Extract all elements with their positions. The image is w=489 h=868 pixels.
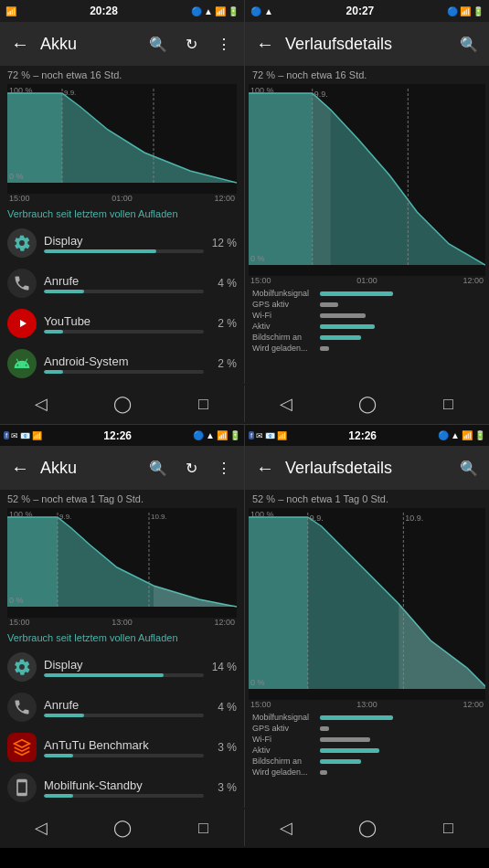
youtube-bar-fill	[44, 330, 63, 333]
bottom-anrufe-bar-fill	[44, 714, 84, 717]
bottom-legend-mobilfunk-label: Mobilfunksignal	[252, 713, 316, 722]
bottom-legend-gps-label: GPS aktiv	[252, 724, 316, 733]
bottom-display-bar-bg	[44, 673, 204, 677]
top-left-back-nav[interactable]: ◁	[23, 386, 59, 422]
left-refresh-button[interactable]: ↻	[178, 31, 204, 57]
left-toolbar: ← Akku 🔍 ↻ ⋮	[0, 22, 244, 66]
bottom-left-chart-x-labels: 15:0013:0012:00	[7, 618, 237, 627]
bottom-right-search-button[interactable]: 🔍	[456, 455, 482, 481]
legend-gps: GPS aktiv	[252, 300, 482, 309]
top-right-back-nav[interactable]: ◁	[268, 386, 304, 422]
bottom-right-sys-icons: 🔵▲📶🔋	[438, 430, 485, 440]
bottom-right-chart-y-bottom: 0 %	[250, 678, 265, 687]
bottom-right-home-nav[interactable]: ◯	[349, 810, 386, 846]
bottom-left-recents-nav[interactable]: □	[186, 810, 222, 846]
top-left-sys-icons: 🔵▲📶🔋	[191, 6, 239, 16]
bottom-legend-bildschirm: Bildschirm an	[252, 757, 482, 766]
right-chart-y-bottom: 0 %	[250, 254, 265, 263]
left-chart-x-labels: 15:0001:0012:00	[7, 194, 237, 203]
bottom-call-icon	[7, 693, 37, 722]
bottom-left-search-button[interactable]: 🔍	[145, 455, 171, 481]
bottom-legend-bildschirm-label: Bildschirm an	[252, 757, 316, 766]
right-back-button[interactable]: ←	[252, 31, 278, 57]
legend-bildschirm: Bildschirm an	[252, 333, 482, 342]
bottom-left-app-icons: f ✉📧📶	[4, 431, 42, 440]
bottom-display-info: Display	[44, 658, 204, 677]
bottom-legend-wifi-label: Wi-Fi	[252, 735, 316, 744]
bottom-display-percent: 14 %	[211, 661, 237, 673]
bottom-right-chart-svg: 9.9. 10.9.	[249, 508, 485, 700]
anrufe-name: Anrufe	[44, 274, 204, 288]
svg-text:9.9.: 9.9.	[314, 90, 328, 99]
display-percent: 12 %	[211, 237, 237, 249]
display-bar-fill	[44, 249, 156, 253]
mobilfunk-icon	[7, 773, 37, 802]
left-search-button[interactable]: 🔍	[145, 31, 171, 57]
bottom-legend-aktiv-bar	[320, 748, 379, 753]
display-name: Display	[44, 234, 204, 248]
top-left-time: 20:28	[90, 5, 118, 17]
bottom-left-back-nav[interactable]: ◁	[23, 810, 59, 846]
left-back-button[interactable]: ←	[7, 31, 33, 57]
bottom-half: ← Akku 🔍 ↻ ⋮ 52 % – noch etwa 1 Tag 0 St…	[0, 446, 489, 808]
left-panel-title: Akku	[40, 35, 138, 54]
legend-aktiv-label: Aktiv	[252, 322, 316, 331]
bottom-left-usage-label: Verbrauch seit letztem vollen Aufladen	[0, 629, 244, 647]
bottom-right-back-nav[interactable]: ◁	[268, 810, 304, 846]
legend-bildschirm-bar	[320, 335, 361, 340]
display-icon	[7, 228, 37, 258]
top-right-time: 20:27	[346, 5, 375, 17]
top-right-home-nav[interactable]: ◯	[349, 386, 386, 422]
top-left-recents-nav[interactable]: □	[186, 386, 222, 422]
right-search-button[interactable]: 🔍	[456, 31, 482, 57]
legend-aktiv-bar	[320, 324, 375, 329]
top-nav-bar: ◁ ◯ □ ◁ ◯ □	[0, 384, 489, 424]
bottom-left-refresh-button[interactable]: ↻	[178, 455, 204, 481]
bottom-left-home-nav[interactable]: ◯	[104, 810, 141, 846]
call-icon	[7, 269, 37, 298]
antutu-percent: 3 %	[211, 741, 237, 754]
app-item-android-system: Android-System 2 %	[0, 344, 244, 384]
legend-wifi: Wi-Fi	[252, 311, 482, 320]
left-chart: 100 % 0 % 9.9.	[7, 84, 237, 194]
youtube-icon	[7, 309, 37, 338]
mobilfunk-bar-fill	[44, 794, 73, 798]
bottom-app-item-antutu: AnTuTu Benchmark 3 %	[0, 727, 244, 767]
display-bar-bg	[44, 249, 204, 253]
bottom-legend-bildschirm-bar	[320, 759, 361, 764]
left-chart-y-bottom: 0 %	[9, 172, 24, 181]
bottom-legend-gps: GPS aktiv	[252, 724, 482, 733]
bottom-legend-geladen-label: Wird geladen...	[252, 767, 316, 777]
bottom-left-battery-status: 52 % – noch etwa 1 Tag 0 Std.	[0, 490, 244, 508]
antutu-bar-fill	[44, 754, 73, 757]
anrufe-percent: 4 %	[211, 277, 237, 290]
bottom-right-back-button[interactable]: ←	[252, 455, 278, 481]
svg-marker-22	[399, 604, 485, 689]
youtube-info: YouTube	[44, 314, 204, 333]
bottom-right-chart-y-top: 100 %	[250, 510, 274, 519]
bottom-status-bars: f ✉📧📶 12:26 🔵▲📶🔋 f ✉📧📶 12:26 🔵▲📶🔋	[0, 424, 489, 446]
legend-bildschirm-label: Bildschirm an	[252, 333, 316, 342]
right-chart-y-top: 100 %	[250, 86, 274, 95]
left-more-button[interactable]: ⋮	[211, 31, 237, 57]
top-left-home-nav[interactable]: ◯	[104, 386, 141, 422]
right-detail-panel: ← Verlaufsdetails 🔍 72 % – noch etwa 16 …	[244, 22, 489, 384]
bottom-legend-mobilfunk: Mobilfunksignal	[252, 713, 482, 722]
legend-geladen-label: Wird geladen...	[252, 344, 316, 353]
app-item-anrufe: Anrufe 4 %	[0, 263, 244, 303]
svg-text:10.9.: 10.9.	[405, 513, 423, 523]
top-right-notification-icons: 🔵▲	[250, 6, 273, 16]
top-status-bars: 📶 20:28 🔵▲📶🔋 🔵▲ 20:27 🔵📶🔋	[0, 0, 489, 22]
mobilfunk-percent: 3 %	[211, 781, 237, 794]
top-right-recents-nav[interactable]: □	[431, 386, 467, 422]
bottom-left-back-button[interactable]: ←	[7, 455, 33, 481]
legend-wifi-bar	[320, 313, 366, 318]
legend-geladen-bar	[320, 346, 329, 351]
right-chart-svg: 9.9.	[249, 84, 485, 276]
bottom-legend-aktiv-label: Aktiv	[252, 746, 316, 755]
bottom-left-more-button[interactable]: ⋮	[211, 455, 237, 481]
bottom-right-recents-nav[interactable]: □	[431, 810, 467, 846]
android-system-percent: 2 %	[211, 357, 237, 370]
left-chart-svg: 9.9.	[7, 84, 237, 194]
legend-mobilfunk-bar	[320, 291, 393, 296]
